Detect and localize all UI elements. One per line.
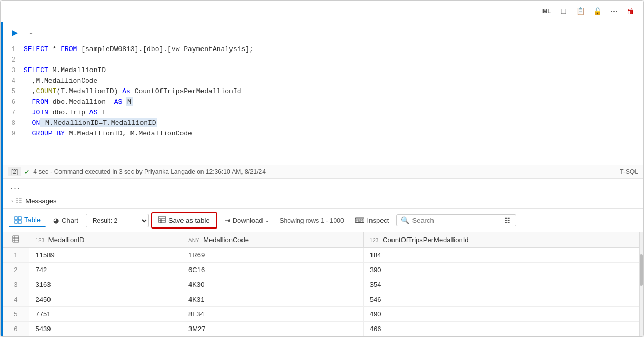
line-number: 9	[3, 128, 24, 139]
main-window: ML □ 📋 🔒 ⋯ 🗑 ▶ ⌄	[0, 0, 644, 337]
tab-chart[interactable]: ◕ Chart	[48, 214, 84, 227]
ml-icon: ML	[542, 8, 551, 14]
col-type-1: 123	[36, 237, 45, 243]
filter-icon: ☷	[504, 216, 510, 224]
cell-medallioncode-1: 1R69	[182, 248, 364, 263]
row-num-2: 2	[3, 263, 29, 277]
status-left: [2] ✓ 4 sec - Command executed in 3 sec …	[8, 167, 266, 176]
status-message: 4 sec - Command executed in 3 sec by Pri…	[33, 168, 266, 175]
code-line-2: 2	[3, 55, 643, 65]
code-line-4: 4 ,M.MedallionCode	[3, 76, 643, 86]
language-label: T-SQL	[620, 168, 638, 175]
svg-rect-2	[15, 221, 17, 223]
lock-button[interactable]: 🔒	[590, 4, 605, 18]
more-options-button[interactable]: ⋯	[607, 4, 621, 18]
code-line-3: 3 SELECT M.MedallionID	[3, 65, 643, 76]
code-text: SELECT * FROM [sampleDW0813].[dbo].[vw_P…	[24, 44, 254, 55]
lock-icon: 🔒	[593, 7, 602, 15]
filter-button[interactable]: ☷	[503, 216, 511, 224]
tab-chart-label: Chart	[62, 216, 78, 224]
svg-rect-1	[18, 217, 21, 220]
check-icon: ✓	[24, 168, 30, 176]
rows-info: Showing rows 1 - 1000	[276, 217, 347, 224]
row-number-header	[3, 232, 29, 248]
cell-medallioncode-4: 4K31	[182, 292, 364, 307]
table-row: 3 3163 4K30 354	[3, 277, 639, 292]
download-button[interactable]: ⇥ Download ⌄	[219, 214, 275, 227]
tab-table[interactable]: Table	[9, 213, 46, 228]
inspect-label: Inspect	[367, 216, 389, 224]
delete-button[interactable]: 🗑	[623, 4, 638, 18]
table-icon	[14, 216, 22, 224]
copy-button[interactable]: □	[556, 4, 571, 18]
cell-medallioncode-3: 4K30	[182, 277, 364, 292]
run-options-button[interactable]: ⌄	[26, 27, 36, 37]
run-button[interactable]: ▶	[8, 25, 22, 39]
row-num-6: 6	[3, 322, 29, 336]
line-number: 8	[3, 118, 24, 128]
expand-icon: ›	[11, 198, 13, 204]
cell-medallioncode-5: 8F34	[182, 307, 364, 322]
chart-icon: ◕	[53, 216, 59, 224]
cell-count-6: 466	[363, 322, 639, 336]
code-line-1: 1 SELECT * FROM [sampleDW0813].[dbo].[vw…	[3, 44, 643, 55]
save-as-table-button[interactable]: Save as table	[151, 212, 217, 229]
data-table-container[interactable]: 123 MedallionID ANY MedallionCode 123	[3, 232, 639, 336]
ml-button[interactable]: ML	[539, 4, 554, 18]
search-box: 🔍 ☷	[396, 214, 516, 226]
code-editor[interactable]: 1 SELECT * FROM [sampleDW0813].[dbo].[vw…	[3, 42, 643, 165]
messages-table-icon: ☷	[16, 197, 22, 205]
svg-rect-4	[159, 216, 165, 223]
col-header-medallionid: 123 MedallionID	[29, 232, 182, 248]
copy-icon: □	[561, 7, 566, 15]
results-area: Table ◕ Chart Result: 2	[3, 209, 643, 336]
code-text: ,M.MedallionCode	[24, 76, 97, 86]
vertical-scrollbar[interactable]	[639, 232, 643, 336]
col-header-medallioncode: ANY MedallionCode	[182, 232, 364, 248]
cell-medallionid-1: 11589	[29, 248, 182, 263]
search-input[interactable]	[412, 216, 500, 224]
code-text: SELECT M.MedallionID	[24, 65, 106, 76]
line-number: 2	[3, 55, 24, 65]
line-number: 5	[3, 86, 24, 97]
cell-count-4: 546	[363, 292, 639, 307]
code-text: ,COUNT(T.MedallionID) As CountOfTripsPer…	[24, 86, 242, 97]
col-type-2: ANY	[188, 237, 199, 243]
line-number: 7	[3, 107, 24, 118]
svg-rect-8	[13, 236, 19, 242]
save-as-table-label: Save as table	[168, 216, 210, 224]
results-toolbar: Table ◕ Chart Result: 2	[3, 209, 643, 232]
cell-medallionid-2: 742	[29, 263, 182, 277]
more-options-dots[interactable]: ...	[3, 179, 643, 194]
inspect-button[interactable]: ⌨ Inspect	[349, 214, 395, 227]
cell-medallionid-6: 5439	[29, 322, 182, 336]
code-line-5: 5 ,COUNT(T.MedallionID) As CountOfTripsP…	[3, 86, 643, 97]
code-text: FROM dbo.Medallion AS M	[24, 97, 133, 107]
scrollbar-thumb[interactable]	[640, 254, 643, 286]
col-label-1: MedallionID	[48, 236, 85, 244]
row-num-1: 1	[3, 248, 29, 263]
svg-rect-3	[18, 221, 21, 223]
line-number: 3	[3, 65, 24, 76]
download-arrow-icon: ⇥	[225, 216, 230, 224]
delete-icon: 🗑	[627, 7, 635, 15]
cell-count-2: 390	[363, 263, 639, 277]
save-table-icon	[158, 216, 166, 225]
table-row: 2 742 6C16 390	[3, 263, 639, 277]
messages-header[interactable]: › ☷ Messages	[11, 197, 635, 205]
svg-rect-0	[15, 217, 17, 220]
cell-medallionid-4: 2450	[29, 292, 182, 307]
table-row: 6 5439 3M27 466	[3, 322, 639, 336]
more-icon: ⋯	[610, 7, 618, 15]
result-select[interactable]: Result: 2	[86, 214, 149, 227]
code-text: JOIN dbo.Trip AS T	[24, 107, 106, 118]
messages-label: Messages	[25, 197, 56, 205]
line-number: 4	[3, 76, 24, 86]
code-line-8: 8 ON M.MedallionID=T.MedallionID	[3, 118, 643, 128]
col-header-countoftrips: 123 CountOfTripsPerMedallionId	[363, 232, 639, 248]
code-text: ON M.MedallionID=T.MedallionID	[24, 118, 157, 128]
clipboard-button[interactable]: 📋	[573, 4, 588, 18]
cell-count-3: 354	[363, 277, 639, 292]
cell-count-1: 184	[363, 248, 639, 263]
cell-medallioncode-2: 6C16	[182, 263, 364, 277]
